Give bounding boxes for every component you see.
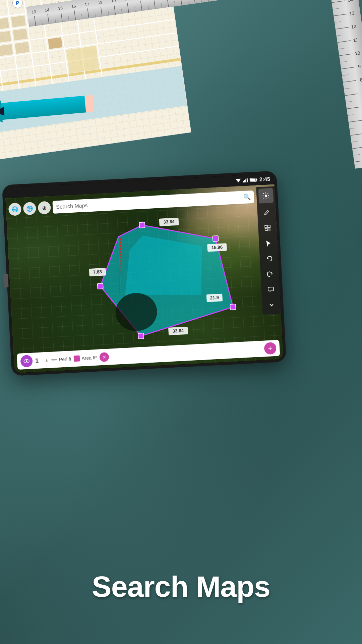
svg-text:13: 13: [31, 9, 36, 15]
layer-count: 1: [35, 357, 42, 364]
svg-text:33.84: 33.84: [172, 328, 184, 334]
status-time: 2:45: [259, 176, 270, 183]
svg-text:11: 11: [353, 37, 359, 43]
status-icons: 2:45: [235, 176, 270, 184]
svg-text:14: 14: [45, 7, 50, 13]
add-button[interactable]: +: [264, 342, 277, 355]
redo-button[interactable]: [262, 266, 278, 282]
globe-btn-2[interactable]: 🌐: [23, 202, 36, 215]
svg-text:8: 8: [360, 77, 362, 83]
svg-rect-115: [250, 179, 255, 181]
peri-text: Peri ft: [59, 356, 71, 362]
phone-body: 2:45: [2, 171, 287, 376]
phone-device: 2:45: [2, 171, 287, 376]
svg-rect-122: [138, 333, 144, 339]
svg-rect-17: [0, 31, 11, 43]
globe-btn-1[interactable]: 🌐: [8, 203, 22, 216]
area-label-container: Area ft²: [74, 355, 97, 362]
svg-text:17: 17: [84, 2, 89, 7]
svg-rect-138: [265, 228, 267, 231]
select-button[interactable]: [260, 220, 275, 235]
svg-rect-136: [265, 225, 267, 228]
svg-text:13: 13: [349, 10, 355, 16]
svg-rect-15: [11, 15, 26, 27]
svg-text:18: 18: [98, 0, 103, 5]
area-dot: [74, 355, 80, 362]
wifi-icon: [236, 179, 241, 183]
page-title-container: Search Maps: [0, 570, 362, 604]
battery-icon: [250, 178, 258, 182]
scroll-down-button[interactable]: [264, 297, 279, 313]
undo-button[interactable]: [261, 251, 277, 266]
layer-arrow[interactable]: ▲: [45, 358, 49, 363]
svg-rect-120: [213, 236, 218, 241]
phone-side-button[interactable]: [3, 274, 9, 287]
edit-button[interactable]: [259, 205, 274, 220]
svg-rect-18: [13, 29, 28, 41]
pool-area[interactable]: 33.84 15.96 33.84 7.88 21.9: [47, 209, 264, 351]
svg-rect-110: [244, 180, 245, 182]
area-text: Area ft²: [81, 355, 97, 361]
svg-text:12: 12: [351, 23, 357, 30]
svg-rect-139: [268, 228, 270, 230]
phone-screen: 2:45: [5, 173, 284, 373]
svg-rect-22: [66, 46, 99, 73]
signal-icon: [243, 178, 248, 182]
svg-text:21.9: 21.9: [210, 295, 219, 300]
svg-line-7: [0, 0, 3, 91]
peri-dot: [51, 359, 57, 361]
svg-text:16: 16: [71, 4, 76, 9]
svg-text:10: 10: [355, 50, 361, 56]
svg-rect-123: [98, 283, 103, 289]
svg-rect-109: [243, 181, 244, 182]
svg-rect-14: [0, 18, 9, 30]
search-icon[interactable]: 🔍: [243, 193, 251, 201]
svg-rect-119: [139, 222, 145, 228]
search-input-placeholder[interactable]: Search Maps: [56, 195, 241, 210]
settings-button[interactable]: [258, 188, 274, 204]
eye-button[interactable]: [20, 355, 33, 368]
peri-label-container: Peri ft: [51, 356, 71, 363]
svg-rect-112: [247, 178, 248, 182]
svg-rect-140: [268, 287, 274, 291]
svg-text:7.88: 7.88: [93, 269, 102, 275]
svg-rect-111: [245, 179, 246, 182]
comment-button[interactable]: [263, 282, 278, 297]
svg-text:15: 15: [58, 6, 63, 11]
svg-rect-19: [0, 44, 13, 56]
svg-rect-114: [256, 179, 257, 180]
svg-rect-121: [230, 304, 236, 310]
svg-point-142: [26, 360, 27, 362]
svg-rect-21: [48, 37, 63, 49]
close-button[interactable]: ✕: [100, 352, 109, 362]
svg-text:15.96: 15.96: [211, 245, 223, 250]
svg-rect-137: [267, 225, 270, 227]
svg-rect-20: [15, 42, 29, 54]
svg-text:33.84: 33.84: [163, 219, 175, 225]
svg-marker-108: [236, 179, 241, 183]
page-title: Search Maps: [92, 570, 270, 603]
crosshair-btn[interactable]: ⊕: [38, 201, 51, 214]
svg-point-135: [264, 195, 267, 197]
cursor-button[interactable]: [260, 235, 276, 251]
